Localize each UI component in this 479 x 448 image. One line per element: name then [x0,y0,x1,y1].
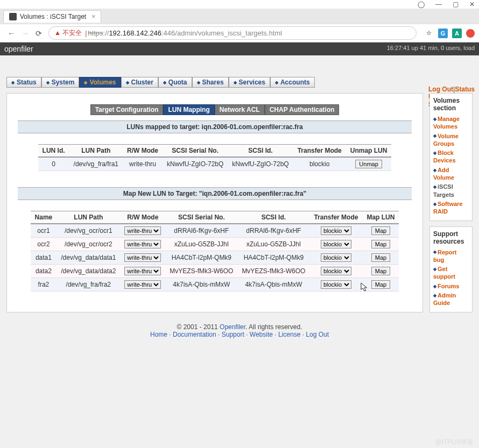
url-host: 192.168.142.246 [109,29,161,37]
ext-g-icon[interactable]: G [438,29,448,38]
rw-mode-select[interactable]: write-thru [124,226,161,235]
cell-scsi: HA4CbT-l2pM-QMk9 [237,251,309,265]
map-button[interactable]: Map [371,253,390,262]
nav-volumes[interactable]: ◆Volumes [79,77,121,88]
back-icon[interactable]: ← [8,29,15,38]
url-input[interactable]: ▲ 不安全 | https://192.168.142.246:446/admi… [48,26,417,40]
rw-mode-select[interactable]: write-thru [124,267,161,275]
side-link-get-support[interactable]: ◆Get support [433,265,469,281]
minimize-icon[interactable]: — [435,1,442,8]
map-button[interactable]: Map [371,280,390,289]
transfer-mode-select[interactable]: blockio [321,240,351,248]
rw-mode-select[interactable]: write-thru [124,253,161,262]
col-header: Map LUN [362,211,399,224]
user-icon[interactable]: ◯ [418,1,425,8]
map-button[interactable]: Map [371,267,390,275]
volumes-section-box: Volumes section ◆Manage Volumes◆Volume G… [429,93,473,221]
side-link-add-volume[interactable]: ◆Add Volume [433,166,469,182]
cell-name: data2 [31,265,57,278]
cell-name: fra2 [31,278,57,291]
window-controls: ◯ — ▢ ✕ [0,0,479,9]
map-button[interactable]: Map [371,226,390,235]
nav-services[interactable]: ◆Services [229,77,270,88]
col-header: LUN Id. [38,145,69,158]
transfer-mode-select[interactable]: blockio [321,253,351,262]
footer-link-website[interactable]: Website [250,331,273,338]
footer-brand[interactable]: Openfiler [220,323,245,331]
browser-tabs: Volumes : iSCSI Target × [0,9,479,24]
col-header: SCSI Serial No. [165,211,237,224]
forward-icon[interactable]: → [22,29,29,38]
cell-scsi: kNwvfU-ZgIO-72bQ [228,157,293,171]
footer-link-documentation[interactable]: Documentation [173,331,216,338]
cell-lunpath: /dev/vg_ocr/ocr2 [57,238,120,251]
cell-name: ocr1 [31,224,57,238]
subtab-lun-mapping[interactable]: LUN Mapping [163,104,214,115]
cell-serial: dRRAl6-fKgv-6xHF [165,224,237,238]
footer-link-support[interactable]: Support [222,331,244,338]
side-link-block-devices[interactable]: ◆Block Devices [433,149,469,165]
main-nav: ◆Status◆System◆Volumes◆Cluster◆Quota◆Sha… [6,77,473,88]
cell-lunpath: /dev/vg_data/data2 [57,265,120,278]
cell-lunid: 0 [38,157,69,171]
transfer-mode-select[interactable]: blockio [321,280,351,289]
subtab-network-acl[interactable]: Network ACL [215,104,265,115]
browser-tab[interactable]: Volumes : iSCSI Target × [3,10,101,23]
nav-shares[interactable]: ◆Shares [192,77,229,88]
side-link-report-bug[interactable]: ◆Report bug [433,248,469,264]
ext-red-icon[interactable] [466,29,475,38]
side-link-iscsi-targets[interactable]: ◆iSCSI Targets [433,183,469,198]
col-header: LUN Path [69,145,123,158]
cell-name: ocr2 [31,238,57,251]
transfer-mode-select[interactable]: blockio [321,267,351,275]
app-header: openfiler 16:27:41 up 41 min, 0 users, l… [0,42,479,55]
footer-link-log-out[interactable]: Log Out [306,331,329,338]
side-link-software-raid[interactable]: ◆Software RAID [433,200,469,216]
unmap-button[interactable]: Unmap [355,160,382,168]
ext-a-icon[interactable]: A [452,29,462,38]
col-header: Unmap LUN [346,145,392,158]
cell-lunpath: /dev/vg_fra/fra1 [69,157,123,171]
side-link-volume-groups[interactable]: ◆Volume Groups [433,132,469,148]
tab-close-icon[interactable]: × [91,13,95,20]
rw-mode-select[interactable]: write-thru [124,280,161,289]
footer-link-home[interactable]: Home [150,331,167,338]
nav-status[interactable]: ◆Status [6,77,41,88]
cell-transfer: blockio [293,157,346,171]
rw-mode-select[interactable]: write-thru [124,240,161,248]
subtab-chap-authentication[interactable]: CHAP Authentication [265,104,340,115]
side-link-manage-volumes[interactable]: ◆Manage Volumes [433,115,469,131]
maximize-icon[interactable]: ▢ [453,1,459,8]
side-link-admin-guide[interactable]: ◆Admin Guide [433,291,469,307]
footer-link-license[interactable]: License [278,331,300,338]
close-window-icon[interactable]: ✕ [469,1,475,8]
map-new-lun-table: NameLUN PathR/W ModeSCSI Serial No.SCSI … [31,211,399,291]
nav-system[interactable]: ◆System [41,77,80,88]
volumes-section-title: Volumes section [433,97,469,112]
nav-quota[interactable]: ◆Quota [158,77,192,88]
tab-title: Volumes : iSCSI Target [20,13,86,20]
nav-cluster[interactable]: ◆Cluster [121,77,158,88]
uptime: 16:27:41 up 41 min, 0 users, load [387,45,475,53]
cell-scsi: xZuLuo-G5ZB-JJhI [237,238,309,251]
cell-lunpath: /dev/vg_fra/fra2 [57,278,120,291]
transfer-mode-select[interactable]: blockio [321,226,351,235]
cell-lunpath: /dev/vg_ocr/ocr1 [57,224,120,238]
cell-serial: kNwvfU-ZgIO-72bQ [163,157,228,171]
nav-accounts[interactable]: ◆Accounts [270,77,315,88]
support-title: Support resources [433,230,469,245]
mapnew-title: Map New LUN to Target: "iqn.2006-01.com.… [18,187,412,200]
subtab-target-configuration[interactable]: Target Configuration [90,104,164,115]
cell-scsi: 4k7isA-Qbis-mMxW [237,278,309,291]
cell-scsi: MvYEZS-fMk3-W6OO [237,265,309,278]
footer: © 2001 - 2011 Openfiler. All rights rese… [6,312,473,349]
map-button[interactable]: Map [371,240,390,248]
reload-icon[interactable]: ⟳ [36,29,42,38]
bookmark-icon[interactable]: ☆ [424,29,434,38]
content-panel: Target ConfigurationLUN MappingNetwork A… [6,93,423,312]
side-link-forums[interactable]: ◆Forums [433,282,469,290]
cell-lunpath: /dev/vg_data/data1 [57,251,120,265]
url-path: /admin/volumes_iscsi_targets.html [175,29,282,37]
insecure-icon: ▲ 不安全 [54,29,82,38]
support-box: Support resources ◆Report bug◆Get suppor… [429,226,473,312]
